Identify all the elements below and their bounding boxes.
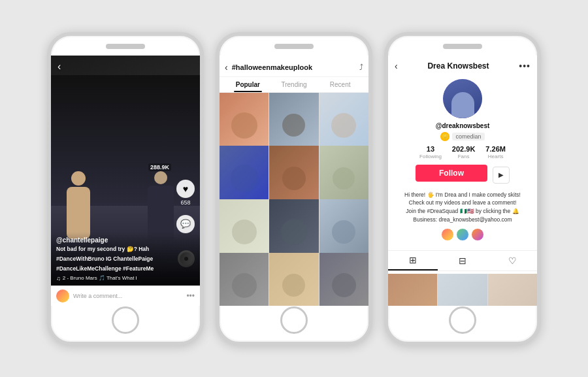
video-music-label: ♫ 2 - Bruno Mars 🎵 That's What I (56, 275, 195, 282)
video-caption-line2: #DanceWithBruno IG ChantellePaige (56, 255, 195, 263)
ptab-grid[interactable]: ⊞ (388, 251, 438, 270)
comment-bar: Write a comment... ••• (51, 286, 200, 306)
phone2-screen: ‹ #halloweenmakeuplook ⤴ Popular Trendin… (220, 56, 368, 306)
more-options-icon[interactable]: ••• (519, 61, 531, 71)
share-icon[interactable]: ⤴ (359, 63, 363, 72)
tab-trending[interactable]: Trending (271, 77, 318, 92)
search-back-button[interactable]: ‹ (225, 62, 228, 73)
profile-handle: @dreaknowsbest (436, 122, 490, 129)
coin-icon: 🪙 (440, 132, 449, 141)
hashtag-title: #halloweenmakeuplook (232, 63, 355, 71)
profile-avatar-section: @dreaknowsbest 🪙 comedian 13 Following 2… (388, 74, 537, 250)
profile-content-tabs: ⊞ ⊟ ♡ (388, 250, 537, 271)
fans-value: 202.9K (452, 145, 475, 153)
phone3-screen: ‹ Drea Knowsbest ••• @dreaknowsbest 🪙 co… (388, 56, 537, 306)
profile-actions-row: Follow ▶ (416, 165, 510, 186)
video-caption-overlay: @chantellepaige Not bad for my second tr… (51, 231, 200, 286)
ptab-list[interactable]: ⊟ (438, 251, 487, 270)
profile-video-1[interactable] (388, 274, 437, 306)
video-right-actions: ♥ 658 💬 (176, 180, 195, 233)
phone-1: ‹ 288.9K ♥ 658 💬 @chantellepaige Not bad (47, 32, 204, 346)
youtube-button[interactable]: ▶ (493, 167, 510, 184)
following-label: Following (419, 154, 442, 159)
video-caption-line3: #DanceLikeMeChallenge #FeatureMe (56, 265, 195, 273)
like-button[interactable]: ♥ 658 (176, 180, 195, 206)
profile-header: ‹ Drea Knowsbest ••• (388, 56, 537, 74)
stat-fans: 202.9K Fans (452, 145, 475, 159)
grid-cell-12[interactable] (319, 253, 368, 306)
profile-badge: comedian (452, 133, 484, 140)
hearts-value: 7.26M (485, 145, 506, 153)
follower-avatar-2 (456, 228, 469, 241)
profile-avatar (443, 79, 482, 118)
heart-outline-icon: ♡ (508, 255, 517, 266)
view-count-badge: 288.9K (148, 163, 171, 171)
profile-video-3[interactable] (488, 274, 537, 306)
tab-bar: Popular Trending Recent (220, 77, 368, 93)
comment-icon: 💬 (176, 215, 195, 233)
follow-button[interactable]: Follow (416, 165, 487, 182)
hashtag-video-grid (220, 93, 368, 306)
profile-badge-row: 🪙 comedian (440, 132, 484, 141)
more-icon[interactable]: ••• (186, 291, 195, 301)
follower-avatar-3 (471, 228, 484, 241)
comment-button[interactable]: 💬 (176, 215, 195, 233)
youtube-icon: ▶ (498, 171, 504, 178)
fans-label: Fans (458, 154, 470, 159)
video-feed[interactable]: ‹ 288.9K ♥ 658 💬 @chantellepaige Not bad (51, 56, 200, 286)
hearts-label: Hearts (488, 154, 504, 159)
ptab-liked[interactable]: ♡ (487, 251, 537, 270)
profile-name-title: Drea Knowsbest (427, 61, 489, 71)
following-value: 13 (427, 145, 434, 153)
like-count: 658 (180, 199, 190, 206)
profile-bio: Hi there! 🖐 I'm Drea and I make comedy s… (397, 191, 529, 228)
tab-popular[interactable]: Popular (225, 77, 271, 92)
follower-avatar-1 (441, 228, 454, 241)
stat-following: 13 Following (419, 145, 442, 159)
commenter-avatar (56, 289, 69, 303)
video-caption-line1: Not bad for my second try 🤔? Hah (56, 246, 195, 254)
grid-cell-10[interactable] (220, 253, 269, 306)
followers-avatars (433, 228, 492, 246)
phone-3: ‹ Drea Knowsbest ••• @dreaknowsbest 🪙 co… (384, 32, 541, 346)
list-icon: ⊟ (459, 255, 466, 266)
profile-back-button[interactable]: ‹ (395, 61, 398, 71)
grid-icon: ⊞ (409, 255, 417, 265)
back-button[interactable]: ‹ (57, 61, 61, 73)
comment-input[interactable]: Write a comment... (73, 293, 182, 299)
heart-icon: ♥ (176, 180, 195, 198)
video-username: @chantellepaige (56, 237, 195, 244)
phone1-screen: ‹ 288.9K ♥ 658 💬 @chantellepaige Not bad (51, 56, 200, 306)
search-header: ‹ #halloweenmakeuplook ⤴ (220, 56, 368, 77)
stat-hearts: 7.26M Hearts (485, 145, 506, 159)
tab-recent[interactable]: Recent (317, 77, 363, 92)
phone-2: ‹ #halloweenmakeuplook ⤴ Popular Trendin… (216, 32, 372, 346)
profile-video-grid (388, 274, 537, 306)
music-note-icon: ♫ (56, 275, 61, 282)
profile-video-2[interactable] (438, 274, 487, 306)
profile-stats: 13 Following 202.9K Fans 7.26M Hearts (409, 145, 516, 159)
grid-cell-11[interactable] (269, 253, 318, 306)
